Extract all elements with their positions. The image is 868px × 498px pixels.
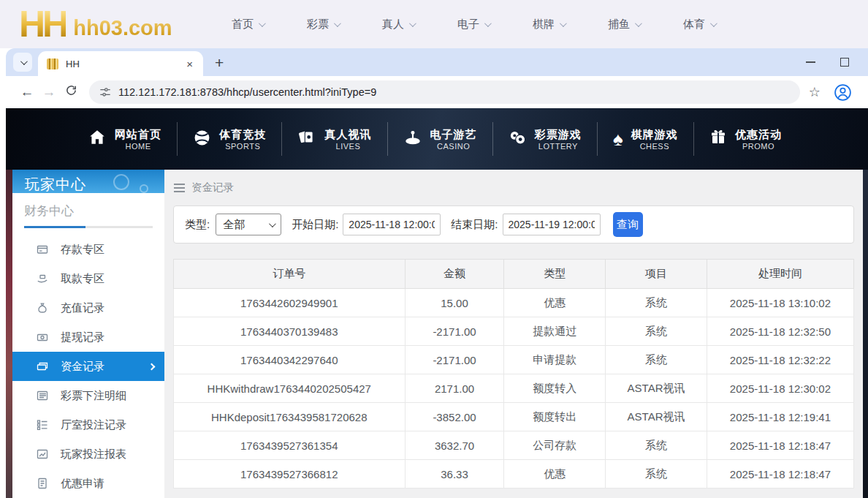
sidebar-item-label: 玩家投注报表 — [61, 448, 126, 461]
table-row: HHKwithdraw1763440202505427 2171.00 额度转入… — [174, 374, 854, 403]
game-nav-home[interactable]: 网站首页 HOME — [88, 127, 161, 151]
cell-order-no: 1763442602949901 — [174, 289, 406, 317]
new-tab-button[interactable]: + — [215, 54, 224, 72]
cell-order-no: HHKwithdraw1763440202505427 — [174, 374, 406, 403]
chevron-down-icon — [635, 20, 642, 27]
game-nav-sports[interactable]: 体育竞技 SPORTS — [193, 127, 266, 151]
col-header-amount: 金额 — [405, 260, 504, 289]
game-nav-label-en: CHESS — [631, 141, 678, 151]
cell-time: 2025-11-18 12:18:47 — [707, 431, 853, 460]
top-nav-item-live[interactable]: 真人 — [361, 18, 436, 31]
banknote-icon — [37, 361, 48, 372]
chevron-down-icon — [259, 20, 266, 27]
chevron-down-icon — [409, 20, 416, 27]
forward-icon[interactable]: → — [38, 84, 60, 100]
sidebar-item-withdraw[interactable]: 取款专区 — [12, 264, 164, 293]
cell-item: 系统 — [606, 317, 707, 346]
site-settings-icon[interactable] — [99, 86, 111, 98]
top-nav-label: 首页 — [232, 18, 254, 31]
end-date-label: 结束日期: — [451, 218, 498, 232]
game-nav-label-en: LOTTERY — [535, 141, 582, 151]
filter-bar: 类型: 全部 开始日期: 结束日期: 查询 — [173, 205, 854, 244]
cell-order-no: 1763440370139483 — [174, 317, 406, 346]
game-nav-label-zh: 真人视讯 — [324, 127, 371, 141]
back-icon[interactable]: ← — [16, 84, 38, 100]
sidebar-item-fund-records[interactable]: 资金记录 — [12, 352, 164, 381]
top-nav-item-home[interactable]: 首页 — [210, 18, 286, 31]
hamburger-icon[interactable] — [174, 184, 185, 192]
nav-divider — [492, 122, 493, 156]
type-label: 类型: — [185, 218, 210, 232]
col-header-item: 项目 — [606, 260, 707, 289]
cell-time: 2025-11-18 12:32:22 — [707, 346, 853, 374]
top-nav-label: 捕鱼 — [608, 18, 630, 31]
table-row: 1763440370139483 -2171.00 提款通过 系统 2025-1… — [174, 317, 854, 346]
reload-icon[interactable] — [60, 84, 82, 100]
breadcrumb: 资金记录 — [174, 181, 863, 195]
url-text: 112.121.172.181:8783/hhcp/usercenter.htm… — [118, 86, 376, 98]
cell-amount: -3852.00 — [405, 403, 504, 431]
sidebar: 玩家中心 PLAYERS CENTER 财务中心 存款专区 — [12, 170, 164, 498]
list-icon — [37, 390, 48, 401]
sidebar-item-recharge-records[interactable]: 充值记录 — [12, 293, 164, 322]
page-content: 玩家中心 PLAYERS CENTER 财务中心 存款专区 — [6, 170, 868, 498]
game-nav-label-en: PROMO — [735, 141, 782, 151]
cell-item: 系统 — [606, 460, 707, 488]
top-nav-item-fishing[interactable]: 捕鱼 — [587, 18, 662, 31]
top-nav-label: 棋牌 — [533, 18, 555, 31]
site-logo[interactable]: HH hh03.com — [19, 5, 172, 43]
end-date-input[interactable] — [503, 214, 601, 235]
url-bar[interactable]: 112.121.172.181:8783/hhcp/usercenter.htm… — [89, 80, 800, 104]
top-nav-item-chess[interactable]: 棋牌 — [511, 18, 587, 31]
game-nav-lottery[interactable]: 彩票游戏 LOTTERY — [509, 127, 582, 151]
cell-time: 2025-11-18 12:19:41 — [707, 403, 853, 431]
start-date-input[interactable] — [343, 214, 441, 235]
cell-type: 申请提款 — [504, 346, 606, 374]
cell-amount: 15.00 — [405, 289, 504, 317]
game-nav-chess[interactable]: ♠ 棋牌游戏 CHESS — [613, 127, 678, 151]
cell-amount: -2171.00 — [405, 346, 504, 374]
players-center-header[interactable]: 玩家中心 PLAYERS CENTER — [12, 170, 164, 193]
main-panel: 资金记录 类型: 全部 开始日期: 结束日期: 查询 — [164, 170, 863, 498]
cell-order-no: 1763439527361354 — [174, 431, 406, 460]
top-nav-item-lottery[interactable]: 彩票 — [286, 18, 361, 31]
browser-tab[interactable]: HH × — [38, 51, 203, 76]
tab-search-button[interactable] — [13, 53, 32, 72]
sidebar-item-room-bet-records[interactable]: 厅室投注记录 — [12, 410, 164, 439]
game-nav-live[interactable]: 真人视讯 LIVES — [297, 127, 371, 151]
top-nav-item-sports[interactable]: 体育 — [662, 18, 737, 31]
maximize-icon[interactable] — [840, 58, 849, 67]
cell-item: ASTAR视讯 — [606, 374, 707, 403]
lottery-balls-icon — [509, 129, 527, 150]
type-select[interactable]: 全部 — [216, 214, 281, 235]
chevron-down-icon — [334, 20, 341, 27]
nav-divider — [387, 122, 388, 156]
sidebar-item-player-bet-report[interactable]: 玩家投注报表 — [12, 439, 164, 469]
game-nav-promo[interactable]: 优惠活动 PROMO — [709, 127, 782, 151]
chevron-down-icon — [269, 220, 276, 227]
finance-section-label: 财务中心 — [24, 203, 153, 219]
sidebar-item-deposit[interactable]: 存款专区 — [12, 235, 164, 264]
sidebar-item-promo-apply[interactable]: 优惠申请 — [12, 469, 164, 498]
table-row: 1763439527361354 3632.70 公司存款 系统 2025-11… — [174, 431, 854, 460]
sidebar-item-label: 资金记录 — [61, 360, 104, 374]
table-header-row: 订单号 金额 类型 项目 处理时间 — [174, 260, 854, 289]
withdraw-hand-icon — [37, 273, 48, 284]
minimize-icon[interactable] — [806, 61, 815, 63]
sidebar-item-withdrawal-records[interactable]: 提现记录 — [12, 322, 164, 352]
page-background-right — [863, 170, 868, 498]
sidebar-menu: 存款专区 取款专区 充值记录 — [12, 235, 164, 498]
search-button[interactable]: 查询 — [613, 212, 643, 237]
breadcrumb-label: 资金记录 — [191, 181, 234, 195]
sidebar-item-lottery-bet-details[interactable]: 彩票下注明细 — [12, 381, 164, 410]
tab-close-icon[interactable]: × — [185, 58, 194, 70]
chevron-down-icon — [20, 58, 27, 65]
bookmark-star-icon[interactable]: ☆ — [809, 84, 821, 100]
cell-amount: 3632.70 — [405, 431, 504, 460]
sidebar-item-label: 彩票下注明细 — [61, 389, 126, 403]
sidebar-item-label: 厅室投注记录 — [61, 418, 126, 432]
cell-type: 优惠 — [504, 289, 606, 317]
game-nav-casino[interactable]: 电子游艺 CASINO — [403, 127, 477, 151]
top-nav-item-slots[interactable]: 电子 — [436, 18, 511, 31]
profile-avatar-icon[interactable] — [834, 83, 852, 102]
